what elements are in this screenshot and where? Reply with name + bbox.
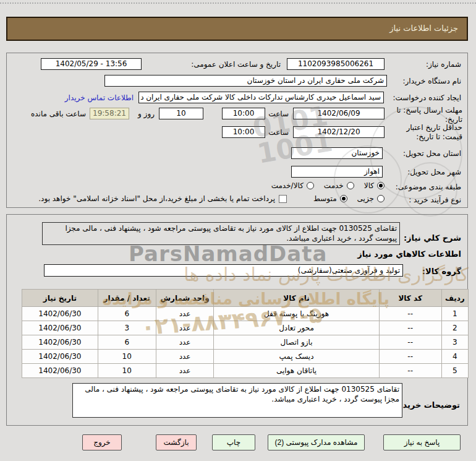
delivery-province-label: استان محل تحویل:	[403, 149, 461, 158]
classification-label: طبقه بندی موضوعی:	[396, 183, 461, 191]
radio-partial-icon[interactable]	[377, 195, 385, 202]
cell-qty: 10	[98, 364, 156, 378]
radio-option-service[interactable]: خدمت	[324, 181, 354, 190]
request-creator-label: ایجاد کننده درخواست:	[393, 93, 461, 102]
table-row: 2 -- محور تعادل عدد 3 1402/06/30	[22, 321, 469, 335]
col-row-no: ردیف	[441, 290, 468, 307]
radio-option-partial[interactable]: جزیی	[357, 194, 385, 203]
table-row: 1 -- هوزینگ یا پوسته قفل عدد 6 1402/06/3…	[22, 307, 469, 321]
general-description-box: تقاضای 0130525 جهت اطلاع از کالای مورد ن…	[42, 222, 400, 245]
cell-row-no: 1	[441, 307, 468, 321]
table-row: 5 -- یاتاقان هوایی عدد 10 1402/06/30	[22, 364, 469, 378]
radio-medium-label: متوسط	[313, 194, 337, 203]
cell-row-no: 3	[441, 335, 468, 350]
col-unit: واحد شمارش	[156, 290, 214, 307]
buyer-org-label: نام دستگاه خریدار:	[403, 77, 462, 85]
cell-need-date: 1402/06/30	[22, 364, 98, 378]
cell-goods-name: محور تعادل	[214, 321, 379, 335]
remaining-days-field[interactable]: 10	[159, 108, 203, 119]
validity-time-field[interactable]: 10:00	[222, 126, 265, 138]
cell-need-date: 1402/06/30	[22, 307, 98, 321]
deadline-hour-label: ساعت	[268, 110, 289, 118]
hours-remaining-label: ساعت باقی مانده	[31, 110, 86, 118]
cell-unit: عدد	[156, 350, 214, 364]
goods-info-panel: شرح کلي نیاز: تقاضای 0130525 جهت اطلاع ا…	[6, 214, 468, 426]
cell-unit: عدد	[156, 335, 214, 350]
col-qty: تعداد / مقدار	[98, 290, 156, 307]
radio-goods-icon[interactable]	[377, 182, 385, 189]
validity-date-field[interactable]: 1402/12/20	[293, 126, 385, 138]
goods-group-field[interactable]: تولید و فرآوری صنعتی(سفارشی)	[44, 264, 403, 277]
radio-medium-icon[interactable]	[340, 195, 347, 202]
process-type-radio-group: جزیی متوسط	[313, 194, 385, 203]
cell-row-no: 4	[441, 350, 468, 364]
radio-service-icon[interactable]	[347, 182, 354, 189]
cell-row-no: 2	[441, 321, 468, 335]
need-info-panel: شماره نیاز: 1102093985006261 تاریخ و ساع…	[6, 53, 468, 208]
cell-unit: عدد	[156, 321, 214, 335]
deadline-date-field[interactable]: 1402/06/09	[293, 108, 385, 119]
cell-goods-name: یاتاقان هوایی	[214, 364, 379, 378]
cell-goods-name: هوزینگ یا پوسته قفل	[214, 307, 379, 321]
cell-goods-code: --	[379, 364, 441, 378]
page-title: جزئیات اطلاعات نیاز	[6, 17, 468, 41]
treasury-note-label: پرداخت تمام یا بخشی از مبلغ خرید،از محل …	[38, 194, 275, 203]
general-description-label: شرح کلي نیاز:	[404, 233, 461, 243]
cell-qty: 3	[98, 321, 156, 335]
delivery-city-field[interactable]: اهواز	[291, 166, 383, 178]
goods-group-label: گروه کالا:	[422, 267, 461, 276]
back-button[interactable]: بازگشت	[156, 434, 197, 450]
print-button[interactable]: چاپ	[212, 434, 255, 450]
cell-goods-name: دیسک پمپ	[214, 350, 379, 364]
validity-hour-label: ساعت	[268, 128, 289, 137]
announce-datetime-field[interactable]: 1402/05/29 - 13:56	[41, 58, 142, 70]
price-validity-label: حداقل تاریخ اعتبار قیمت: تا تاریخ:	[389, 123, 462, 142]
days-and-label: روز و	[138, 110, 155, 118]
radio-goods-label: کالا	[364, 181, 374, 190]
cell-need-date: 1402/06/30	[22, 335, 98, 350]
goods-table: ردیف کد کالا نام کالا واحد شمارش تعداد /…	[22, 289, 469, 378]
cell-goods-code: --	[379, 321, 441, 335]
radio-goods-service-label: کالا/خدمت	[271, 181, 304, 190]
cell-unit: عدد	[156, 307, 214, 321]
response-deadline-label: مهلت ارسال پاسخ: تا تاریخ:	[389, 106, 462, 124]
respond-to-need-button[interactable]: پاسخ به نیاز	[383, 434, 461, 450]
cell-need-date: 1402/06/30	[22, 350, 98, 364]
exit-button[interactable]: خروج	[82, 434, 122, 450]
cell-row-no: 5	[441, 364, 468, 378]
cell-qty: 6	[98, 335, 156, 350]
buyer-org-field[interactable]: شرکت ملی حفاری ایران در استان خوزستان	[104, 75, 387, 87]
radio-option-goods[interactable]: کالا	[364, 181, 385, 190]
treasury-checkbox-group: پرداخت تمام یا بخشی از مبلغ خرید،از محل …	[38, 194, 287, 203]
goods-table-header-row: ردیف کد کالا نام کالا واحد شمارش تعداد /…	[22, 290, 469, 307]
buyer-notes-box: تقاضای 0130525 جهت اطلاع از کالای مورد ن…	[72, 383, 402, 418]
radio-service-label: خدمت	[324, 181, 344, 190]
view-attachments-button[interactable]: مشاهده مدارک پیوستی (2)	[268, 434, 365, 450]
radio-goods-service-icon[interactable]	[307, 182, 314, 189]
col-goods-name: نام کالا	[214, 290, 379, 307]
cell-goods-code: --	[379, 307, 441, 321]
col-need-date: تاریخ نیاز	[22, 290, 98, 307]
process-type-label: نوع فرآیند خرید :	[409, 196, 461, 204]
need-number-label: شماره نیاز:	[426, 60, 461, 69]
radio-option-medium[interactable]: متوسط	[313, 194, 347, 203]
classification-radio-group: کالا خدمت کالا/خدمت	[271, 181, 385, 190]
announce-datetime-label: تاریخ و ساعت اعلان عمومی:	[191, 60, 281, 69]
request-creator-field[interactable]: سید اسماعیل حیدری کارشناس تدارکات داخلی …	[138, 92, 384, 103]
cell-qty: 6	[98, 307, 156, 321]
col-goods-code: کد کالا	[379, 290, 441, 307]
radio-partial-label: جزیی	[357, 194, 374, 203]
goods-section-title: اطلاعات کالاهاي مورد نیاز	[357, 249, 461, 259]
buyer-contact-link[interactable]: اطلاعات تماس خریدار	[65, 93, 134, 102]
deadline-time-field[interactable]: 10:00	[222, 108, 265, 119]
treasury-checkbox[interactable]	[279, 195, 287, 203]
countdown-timer: 19:58:21	[90, 108, 129, 119]
table-row: 3 -- بازو اتصال عدد 6 1402/06/30	[22, 335, 469, 350]
cell-goods-name: بازو اتصال	[214, 335, 379, 350]
delivery-city-label: شهر محل تحویل:	[407, 168, 461, 176]
delivery-province-field[interactable]: خوزستان	[291, 147, 383, 159]
need-number-field[interactable]: 1102093985006261	[287, 58, 385, 70]
cell-need-date: 1402/06/30	[22, 321, 98, 335]
radio-option-goods-service[interactable]: کالا/خدمت	[271, 181, 314, 190]
cell-goods-code: --	[379, 350, 441, 364]
